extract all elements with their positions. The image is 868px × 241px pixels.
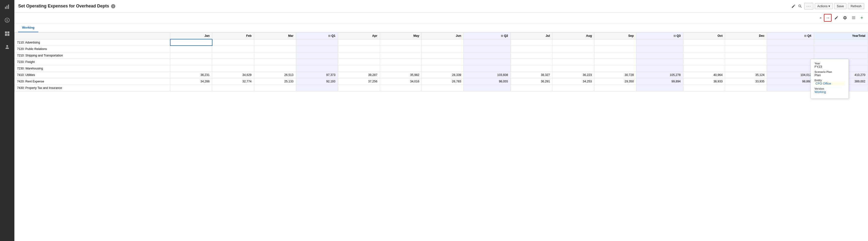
cell-may[interactable] — [380, 59, 422, 65]
cell-jul[interactable] — [510, 52, 553, 59]
save-button[interactable]: Save — [834, 3, 847, 9]
expand-button[interactable]: » — [818, 15, 823, 21]
cell-q4[interactable]: 98,860 — [767, 78, 814, 85]
edit-icon-btn[interactable] — [791, 4, 796, 9]
cell-apr[interactable]: 39,287 — [338, 72, 380, 78]
cell-may[interactable] — [380, 52, 422, 59]
cell-sep[interactable] — [594, 52, 637, 59]
cell-aug[interactable] — [553, 85, 594, 91]
cell-dec[interactable] — [725, 39, 767, 46]
cell-q3[interactable] — [637, 85, 683, 91]
cell-q4[interactable] — [767, 52, 814, 59]
cell-jul[interactable] — [510, 39, 553, 46]
cell-q3[interactable]: 99,894 — [637, 78, 683, 85]
cell-q4[interactable] — [767, 39, 814, 46]
cell-jan[interactable]: 36,231 — [170, 72, 212, 78]
cell-q1[interactable] — [296, 65, 338, 72]
cell-dec[interactable] — [725, 46, 767, 52]
cell-oct[interactable]: 40,964 — [683, 72, 725, 78]
cell-mar[interactable] — [254, 52, 296, 59]
cell-feb[interactable]: 32,774 — [212, 78, 254, 85]
cell-q3[interactable] — [637, 39, 683, 46]
cell-feb[interactable]: 34,629 — [212, 72, 254, 78]
cell-q2[interactable]: 103,608 — [464, 72, 510, 78]
cell-dec[interactable] — [725, 59, 767, 65]
cell-dec[interactable]: 35,124 — [725, 72, 767, 78]
cell-q4[interactable] — [767, 85, 814, 91]
cell-q1[interactable]: 97,373 — [296, 72, 338, 78]
cell-sep[interactable] — [594, 39, 637, 46]
cell-feb[interactable] — [212, 46, 254, 52]
sidebar-icon-dollar[interactable]: $ — [3, 16, 11, 25]
cell-jan[interactable] — [170, 85, 212, 91]
cell-q4[interactable] — [767, 46, 814, 52]
cell-jan[interactable] — [170, 39, 212, 46]
cell-q3[interactable] — [637, 59, 683, 65]
cell-feb[interactable] — [212, 39, 254, 46]
cell-sep[interactable] — [594, 65, 637, 72]
cell-apr[interactable] — [338, 46, 380, 52]
cell-jun[interactable] — [422, 85, 464, 91]
cell-aug[interactable]: 36,223 — [553, 72, 594, 78]
cell-aug[interactable] — [553, 65, 594, 72]
more-options-btn[interactable]: ··· — [804, 3, 813, 9]
cell-feb[interactable] — [212, 85, 254, 91]
sidebar-icon-grid[interactable] — [3, 29, 11, 38]
cell-feb[interactable] — [212, 52, 254, 59]
cell-oct[interactable] — [683, 59, 725, 65]
cell-q3[interactable] — [637, 65, 683, 72]
cell-oct[interactable]: 38,933 — [683, 78, 725, 85]
cell-oct[interactable] — [683, 52, 725, 59]
cell-yeartotal[interactable] — [814, 46, 868, 52]
cell-q2[interactable] — [464, 59, 510, 65]
cell-q3[interactable] — [637, 52, 683, 59]
cell-mar[interactable] — [254, 46, 296, 52]
cell-may[interactable] — [380, 65, 422, 72]
cell-q1[interactable] — [296, 85, 338, 91]
info-icon[interactable]: i — [111, 4, 115, 8]
cell-q2[interactable] — [464, 39, 510, 46]
cell-apr[interactable] — [338, 52, 380, 59]
settings-button[interactable] — [841, 14, 849, 22]
cell-q2[interactable] — [464, 52, 510, 59]
cell-jun[interactable] — [422, 46, 464, 52]
cell-oct[interactable] — [683, 39, 725, 46]
cell-oct[interactable] — [683, 65, 725, 72]
cell-oct[interactable] — [683, 46, 725, 52]
cell-aug[interactable] — [553, 59, 594, 65]
search-icon-btn[interactable] — [798, 4, 803, 9]
edit-pencil-button[interactable] — [833, 14, 840, 22]
cell-q1[interactable]: 92,193 — [296, 78, 338, 85]
cell-jul[interactable] — [510, 85, 553, 91]
cell-sep[interactable] — [594, 46, 637, 52]
cell-jun[interactable]: 26,783 — [422, 78, 464, 85]
cell-jul[interactable] — [510, 46, 553, 52]
cell-aug[interactable] — [553, 52, 594, 59]
cell-jan[interactable] — [170, 46, 212, 52]
cell-jun[interactable] — [422, 52, 464, 59]
cell-jul[interactable]: 38,327 — [510, 72, 553, 78]
cell-may[interactable] — [380, 46, 422, 52]
cell-mar[interactable]: 26,513 — [254, 72, 296, 78]
cell-may[interactable]: 34,016 — [380, 78, 422, 85]
cell-mar[interactable] — [254, 85, 296, 91]
cell-aug[interactable] — [553, 39, 594, 46]
cell-jun[interactable] — [422, 39, 464, 46]
tab-working[interactable]: Working — [18, 23, 38, 32]
cell-mar[interactable] — [254, 59, 296, 65]
navigate-button[interactable]: → — [824, 14, 832, 22]
cell-jul[interactable]: 36,291 — [510, 78, 553, 85]
cell-q2[interactable] — [464, 46, 510, 52]
cell-may[interactable] — [380, 85, 422, 91]
refresh-button[interactable]: Refresh — [848, 3, 864, 9]
cell-aug[interactable]: 34,253 — [553, 78, 594, 85]
cell-jun[interactable] — [422, 59, 464, 65]
cell-yeartotal[interactable] — [814, 39, 868, 46]
cell-yeartotal[interactable] — [814, 52, 868, 59]
cell-mar[interactable] — [254, 65, 296, 72]
cell-apr[interactable]: 37,256 — [338, 78, 380, 85]
add-button[interactable]: + — [859, 15, 865, 21]
sidebar-icon-chart[interactable] — [3, 2, 11, 11]
cell-jun[interactable] — [422, 65, 464, 72]
cell-dec[interactable]: 33,935 — [725, 78, 767, 85]
